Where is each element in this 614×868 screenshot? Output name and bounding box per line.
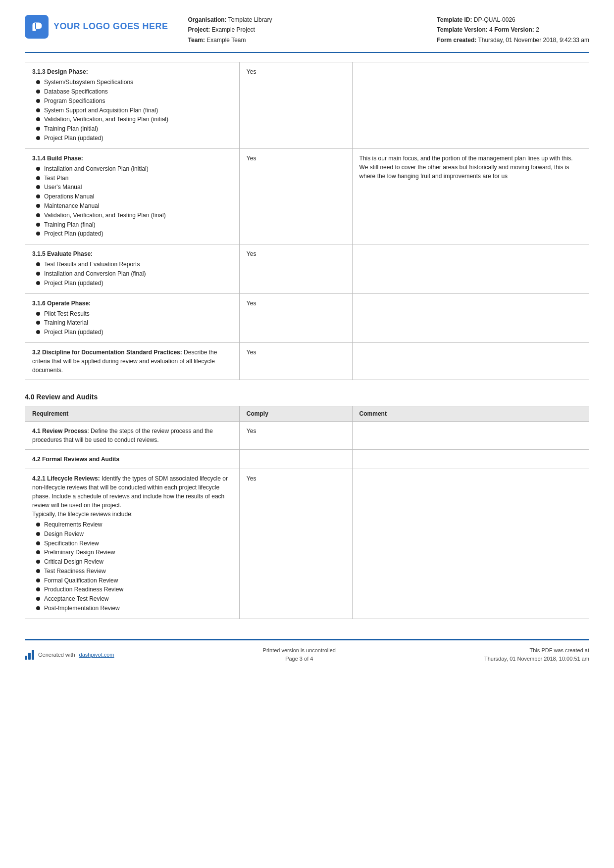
header-right: Template ID: DP-QUAL-0026 Template Versi… xyxy=(437,15,589,45)
section-315-bullets: Test Results and Evaluation Reports Inst… xyxy=(32,260,232,287)
project-row: Project: Example Project xyxy=(188,25,437,35)
bar3 xyxy=(32,650,34,660)
row-421-bullets: Requirements Review Design Review Specif… xyxy=(32,521,232,613)
section-32-comment xyxy=(352,342,589,380)
team-value: Example Team xyxy=(206,37,246,44)
bullet-icon xyxy=(36,117,40,121)
footer-center-line2: Page 3 of 4 xyxy=(263,655,336,664)
generated-link[interactable]: dashpivot.com xyxy=(79,652,114,658)
row-42-comment xyxy=(352,449,589,469)
bullet-icon xyxy=(36,330,40,334)
list-item: Project Plan (updated) xyxy=(36,134,232,143)
bar1 xyxy=(25,656,27,660)
footer-center: Printed version is uncontrolled Page 3 o… xyxy=(263,646,336,664)
list-item: User's Manual xyxy=(36,183,232,192)
list-item: Program Specifications xyxy=(36,97,232,105)
bullet-icon xyxy=(36,127,40,131)
section-313-comment xyxy=(352,62,589,149)
template-id-row: Template ID: DP-QUAL-0026 xyxy=(437,15,589,25)
footer: Generated with dashpivot.com Printed ver… xyxy=(25,639,589,672)
bullet-icon xyxy=(36,606,40,610)
section-316-bullets: Pilot Test Results Training Material Pro… xyxy=(32,310,232,337)
section-316-title: 3.1.6 Operate Phase: xyxy=(32,299,232,308)
list-item: Database Specifications xyxy=(36,88,232,96)
bullet-icon xyxy=(36,99,40,103)
table-row: 3.1.5 Evaluate Phase: Test Results and E… xyxy=(25,244,589,293)
project-label: Project: xyxy=(188,26,210,33)
generated-text: Generated with xyxy=(38,652,75,658)
bar2 xyxy=(28,653,31,660)
bullet-icon xyxy=(36,597,40,601)
project-value: Example Project xyxy=(212,26,255,33)
header: YOUR LOGO GOES HERE Organisation: Templa… xyxy=(25,15,589,53)
template-version-label: Template Version: xyxy=(437,26,487,33)
col-comply: Comply xyxy=(239,406,352,421)
bullet-icon xyxy=(36,321,40,325)
list-item: Critical Design Review xyxy=(36,558,232,566)
bullet-icon xyxy=(36,579,40,582)
review-section-heading: 4.0 Review and Audits xyxy=(25,393,589,401)
row-421-comply: Yes xyxy=(239,469,352,619)
section-316-comment xyxy=(352,293,589,342)
logo-area: YOUR LOGO GOES HERE xyxy=(25,15,168,39)
row-42-bold: 4.2 Formal Reviews and Audits xyxy=(32,456,119,463)
bullet-icon xyxy=(36,213,40,217)
section-315-title: 3.1.5 Evaluate Phase: xyxy=(32,249,232,258)
list-item: Test Results and Evaluation Reports xyxy=(36,260,232,269)
table-row: 4.2.1 Lifecycle Reviews: Identify the ty… xyxy=(25,469,589,619)
list-item: Project Plan (updated) xyxy=(36,230,232,238)
bullet-icon xyxy=(36,541,40,545)
row-421-comment xyxy=(352,469,589,619)
row-421-req: 4.2.1 Lifecycle Reviews: Identify the ty… xyxy=(25,469,240,619)
chart-icon xyxy=(25,650,34,660)
bullet-icon xyxy=(36,108,40,112)
form-created-row: Form created: Thursday, 01 November 2018… xyxy=(437,35,589,45)
list-item: Test Readiness Review xyxy=(36,567,232,576)
row-421-bold: 4.2.1 Lifecycle Reviews: xyxy=(32,475,100,482)
table-row: 3.1.3 Design Phase: System/Subsystem Spe… xyxy=(25,62,589,149)
org-row: Organisation: Template Library xyxy=(188,15,437,25)
section-32-comply: Yes xyxy=(239,342,352,380)
section-313-title: 3.1.3 Design Phase: xyxy=(32,67,232,76)
col-comment: Comment xyxy=(352,406,589,421)
bullet-icon xyxy=(36,523,40,527)
list-item: Project Plan (updated) xyxy=(36,279,232,288)
section-313-comply: Yes xyxy=(239,62,352,149)
list-item: Post-Implementation Review xyxy=(36,604,232,613)
template-version-value: 4 xyxy=(489,26,493,33)
row-41-bold: 4.1 Review Process xyxy=(32,428,87,434)
review-table: Requirement Comply Comment 4.1 Review Pr… xyxy=(25,406,589,619)
col-requirement: Requirement xyxy=(25,406,240,421)
form-created-label: Form created: xyxy=(437,37,476,44)
row-42-req: 4.2 Formal Reviews and Audits xyxy=(25,449,240,469)
bullet-icon xyxy=(36,560,40,564)
section-316-comply: Yes xyxy=(239,293,352,342)
row-42-comply xyxy=(239,449,352,469)
list-item: Acceptance Test Review xyxy=(36,595,232,603)
section-313-req: 3.1.3 Design Phase: System/Subsystem Spe… xyxy=(25,62,240,149)
list-item: Training Plan (final) xyxy=(36,221,232,229)
footer-right-line2: Thursday, 01 November 2018, 10:00:51 am xyxy=(484,655,589,664)
list-item: Requirements Review xyxy=(36,521,232,529)
row-421-intro: Typically, the lifecycle reviews include… xyxy=(32,511,133,518)
bullet-icon xyxy=(36,80,40,84)
list-item: Formal Qualification Review xyxy=(36,577,232,585)
list-item: Validation, Verification, and Testing Pl… xyxy=(36,211,232,220)
list-item: Operations Manual xyxy=(36,193,232,201)
list-item: Installation and Conversion Plan (final) xyxy=(36,270,232,278)
version-row: Template Version: 4 Form Version: 2 xyxy=(437,25,589,35)
logo-text: YOUR LOGO GOES HERE xyxy=(53,21,168,32)
footer-right-line1: This PDF was created at xyxy=(484,646,589,655)
list-item: Training Material xyxy=(36,319,232,327)
list-item: System/Subsystem Specifications xyxy=(36,78,232,87)
form-version-value: 2 xyxy=(536,26,539,33)
row-41-comply: Yes xyxy=(239,421,352,449)
section-313-bullets: System/Subsystem Specifications Database… xyxy=(32,78,232,143)
footer-left: Generated with dashpivot.com xyxy=(25,650,114,660)
bullet-icon xyxy=(36,550,40,554)
list-item: Installation and Conversion Plan (initia… xyxy=(36,165,232,173)
list-item: Project Plan (updated) xyxy=(36,328,232,337)
bullet-icon xyxy=(36,587,40,591)
template-id-value: DP-QUAL-0026 xyxy=(474,16,515,23)
bullet-icon xyxy=(36,194,40,198)
